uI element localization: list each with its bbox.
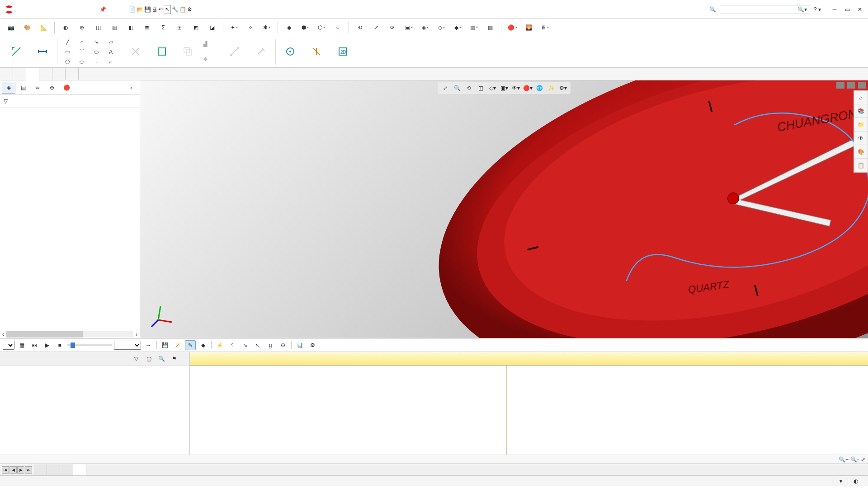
tb-sigma-icon[interactable]: Σ [156,21,170,34]
menu-help[interactable] [85,5,94,14]
menu-tools[interactable] [65,5,74,14]
tb-icon-1[interactable]: ◐ [58,21,73,34]
tb-icon-20[interactable]: ▣ [401,21,416,34]
vp-max-icon[interactable] [847,82,855,89]
search-icon[interactable]: 🔍▾ [797,6,807,13]
tab-layout[interactable] [13,68,26,80]
taskpane-home-icon[interactable]: ⌂ [854,91,868,104]
measure-icon[interactable]: 📐 [36,21,51,34]
tb-icon-11[interactable]: ✧ [243,21,258,34]
mb-zoom-out-icon[interactable]: 🔍- [850,456,859,463]
scene-icon[interactable]: 🌐 [534,83,544,93]
mt-zoom-icon[interactable]: 🔍 [156,354,167,364]
tab-3dviews[interactable] [47,464,60,475]
zoom-area-icon[interactable]: 🔍 [452,83,462,93]
plane-tool[interactable]: ▱ [104,38,117,46]
tab-nav-prev[interactable]: ◀ [9,466,17,474]
taskpane-file-icon[interactable]: 📁 [854,118,868,131]
tb-icon-9[interactable]: ◪ [205,21,219,34]
menu-view[interactable] [45,5,54,14]
tb-icon-19[interactable]: ⟳ [385,21,400,34]
maximize-button[interactable]: ▭ [843,5,852,14]
results-button[interactable]: 📊 [294,340,305,350]
sketch-button[interactable] [4,37,29,66]
menu-insert[interactable] [55,5,64,14]
tb-icon-8[interactable]: ◩ [189,21,203,34]
config-tab[interactable]: ⬄ [31,82,44,94]
taskpane-lib-icon[interactable]: 📚 [854,104,868,118]
tb-icon-2[interactable]: ⊕ [75,21,89,34]
tb-display-icon[interactable]: 🖥 [538,21,552,34]
motion-settings-button[interactable]: ⚙ [307,340,318,350]
vp-min-icon[interactable] [836,82,844,89]
tab-nav-first[interactable]: ⏮ [2,466,9,474]
tab-nav-last[interactable]: ⏭ [25,466,32,474]
mb-zoom-fit-icon[interactable]: ⤢ [861,456,865,463]
taskpane-view-icon[interactable]: 👁 [854,131,868,145]
render-icon[interactable]: ✨ [546,83,556,93]
options-button[interactable]: 📋 [179,6,186,13]
prev-view-icon[interactable]: ⟲ [464,83,474,93]
display-style-icon[interactable]: ▣▾ [499,83,509,93]
smart-dimension-button[interactable] [30,37,55,66]
close-button[interactable]: ✕ [855,5,864,14]
spline-tool[interactable]: ∿ [90,38,103,46]
poly-tool[interactable]: ⬠ [61,58,74,66]
section-icon[interactable]: ◫ [476,83,486,93]
print-button[interactable]: 🖨 [152,6,157,13]
appearance-icon[interactable]: 🔴▾ [523,83,533,93]
hide-show-icon[interactable]: 👁▾ [511,83,521,93]
arc-tool[interactable]: ⌒ [75,48,88,56]
tb-icon-18[interactable]: ⤢ [369,21,383,34]
tb-icon-21[interactable]: ◈ [418,21,432,34]
zoom-fit-icon[interactable]: ⤢ [440,83,450,93]
instant2d-button[interactable]: 2D [330,37,355,66]
mt-option-icon[interactable]: ⚑ [169,354,179,364]
motor-button[interactable]: ⚡ [214,340,225,350]
gravity-button[interactable]: g [265,340,276,350]
speed-select[interactable] [114,341,141,350]
save-anim-button[interactable]: 💾 [160,340,170,350]
undo-button[interactable]: ↶ [158,6,163,13]
search-input[interactable] [723,6,797,13]
tb-icon-4[interactable]: ▦ [107,21,122,34]
rebuild-button[interactable]: 🔧 [172,6,179,13]
tab-model[interactable] [34,464,47,475]
tb-icon-25[interactable]: ▧ [483,21,497,34]
tb-icon-3[interactable]: ◫ [91,21,105,34]
tb-icon-24[interactable]: ▨ [467,21,481,34]
feature-tree-tab[interactable]: ◈ [2,82,15,94]
tb-icon-5[interactable]: ◧ [123,21,138,34]
timeline-tracks[interactable] [190,366,868,455]
timeline[interactable] [190,352,868,455]
save-button[interactable]: 💾 [144,6,151,13]
rect-tool[interactable]: ▭ [61,48,74,56]
addkey-button[interactable]: ◆ [198,340,208,350]
viewport[interactable]: CHUANGRONG QUARTZ ⤢ 🔍 ⟲ ◫ ◇▾ ▣▾ 👁▾ 🔴▾ 🌐 … [140,80,868,338]
tb-icon-15[interactable]: ⬡ [314,21,329,34]
tab-addins[interactable] [52,68,66,80]
tb-scene-icon[interactable]: 🌄 [521,21,536,34]
tb-icon-13[interactable]: ◆ [282,21,296,34]
mb-zoom-in-icon[interactable]: 🔍+ [839,456,849,463]
settings-button[interactable]: ⚙ [187,6,192,13]
slot-tool[interactable]: ⬭ [75,58,88,66]
appearance-tab[interactable]: 🔴 [60,82,73,94]
calculate-button[interactable]: ▦ [16,340,27,350]
tb-appearance-icon[interactable]: 🔴 [505,21,519,34]
tab-mbd[interactable] [66,68,79,80]
settings-icon[interactable]: ⚙▾ [558,83,568,93]
play-button[interactable]: ▶ [42,340,52,350]
minimize-button[interactable]: ─ [830,5,839,14]
capture-icon[interactable]: 🎨 [20,21,34,34]
line-tool[interactable]: ╱ [61,38,74,46]
taskpane-appear-icon[interactable]: 🎨 [854,145,868,159]
new-button[interactable]: 📄 [129,6,136,13]
property-tab[interactable]: ▤ [16,82,30,94]
quick-snaps-button[interactable] [278,37,303,66]
tb-icon-6[interactable]: ≣ [140,21,154,34]
open-button[interactable]: 📂 [137,6,143,13]
ellipse-tool[interactable]: ⬭ [90,48,103,56]
help-button[interactable]: ? ▾ [814,6,821,13]
tb-icon-16[interactable]: ○ [330,21,345,34]
